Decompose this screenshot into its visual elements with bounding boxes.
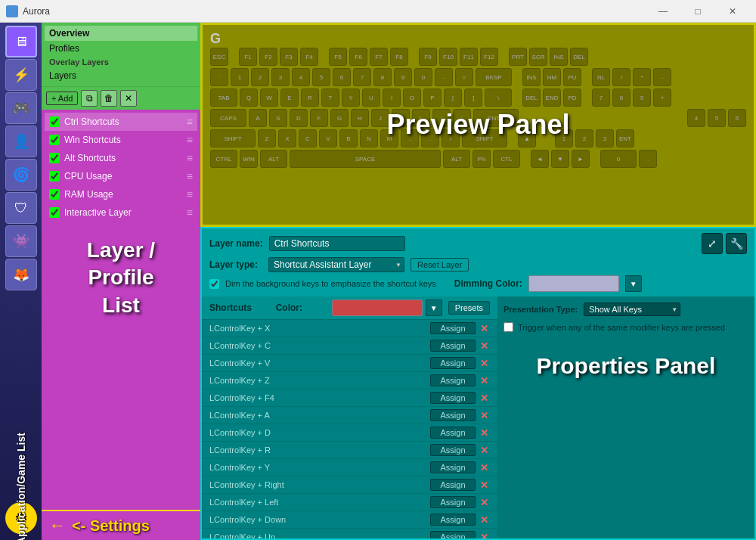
x-button-8[interactable]: ✕: [479, 462, 490, 473]
layer-item-alt[interactable]: Alt Shortcuts ≡: [45, 149, 197, 167]
key-mul[interactable]: *: [633, 68, 651, 86]
color-btn[interactable]: ▼: [426, 299, 442, 316]
app-icon-game[interactable]: 🎮: [5, 92, 37, 124]
key-scr[interactable]: SCR: [529, 48, 547, 66]
minimize-button[interactable]: —: [646, 0, 680, 23]
key-n[interactable]: N: [360, 129, 378, 147]
key-del[interactable]: DEL: [570, 48, 588, 66]
key-f8[interactable]: F8: [390, 48, 408, 66]
key-numplus[interactable]: +: [653, 88, 671, 107]
key-num1[interactable]: 1: [555, 129, 573, 147]
color-swatch[interactable]: [332, 299, 423, 316]
layer-checkbox-interactive[interactable]: [49, 207, 60, 218]
key-f4[interactable]: F4: [300, 48, 318, 66]
app-icon-lightning[interactable]: ⚡: [5, 59, 37, 91]
wrench-button[interactable]: 🔧: [726, 233, 747, 254]
x-button-1[interactable]: ✕: [479, 340, 490, 352]
key-ralt[interactable]: ALT: [443, 150, 470, 168]
key-lalt[interactable]: ALT: [260, 150, 287, 168]
key-period[interactable]: .: [421, 129, 439, 147]
key-num2[interactable]: 2: [575, 129, 593, 147]
key-comma[interactable]: ,: [401, 129, 419, 147]
key-7[interactable]: 7: [353, 68, 371, 86]
app-icon-profile[interactable]: 👤: [5, 126, 37, 157]
dimming-color-btn[interactable]: ▼: [625, 275, 642, 292]
x-button-4[interactable]: ✕: [479, 393, 490, 404]
layer-item-cpu[interactable]: CPU Usage ≡: [45, 167, 197, 185]
key-up[interactable]: ▲: [518, 129, 536, 147]
key-5[interactable]: 5: [312, 68, 330, 86]
key-0[interactable]: 0: [414, 68, 432, 86]
key-numdot[interactable]: .: [639, 150, 657, 168]
key-6[interactable]: 6: [333, 68, 351, 86]
reset-layer-button[interactable]: Reset Layer: [411, 258, 469, 272]
key-w[interactable]: W: [260, 88, 278, 107]
x-button-10[interactable]: ✕: [479, 497, 490, 508]
assign-button-2[interactable]: Assign: [430, 357, 476, 369]
key-lctrl[interactable]: CTRL: [210, 150, 237, 168]
key-div[interactable]: /: [612, 68, 631, 86]
key-backtick[interactable]: `: [210, 68, 228, 86]
settings-label[interactable]: <- Settings: [72, 517, 150, 535]
key-8[interactable]: 8: [373, 68, 392, 86]
key-quote[interactable]: ': [453, 109, 471, 127]
layer-item-interactive[interactable]: Interactive Layer ≡: [45, 203, 197, 222]
key-f3[interactable]: F3: [280, 48, 298, 66]
key-3[interactable]: 3: [271, 68, 290, 86]
key-f12[interactable]: F12: [480, 48, 498, 66]
key-equal[interactable]: =: [455, 68, 473, 86]
profile-layers-item[interactable]: Layers: [45, 68, 197, 83]
layer-checkbox-ram[interactable]: [49, 189, 60, 200]
x-button-2[interactable]: ✕: [479, 358, 490, 369]
presentation-type-select[interactable]: Show All Keys Show Modified Keys Highlig…: [584, 303, 680, 316]
key-j[interactable]: J: [371, 109, 389, 127]
key-end[interactable]: END: [543, 88, 561, 107]
key-pd[interactable]: PD: [563, 88, 581, 107]
key-num7[interactable]: 7: [592, 88, 610, 107]
key-a[interactable]: A: [249, 109, 267, 127]
key-g[interactable]: G: [330, 109, 349, 127]
assign-button-3[interactable]: Assign: [430, 374, 476, 386]
profile-overview-item[interactable]: Overview: [45, 26, 197, 41]
assign-button-9[interactable]: Assign: [430, 479, 476, 491]
x-button-0[interactable]: ✕: [479, 323, 490, 334]
key-tab[interactable]: TAB: [210, 88, 237, 107]
key-right[interactable]: ►: [572, 150, 590, 168]
key-num5[interactable]: 5: [708, 109, 726, 127]
key-ins[interactable]: INS: [550, 48, 568, 66]
assign-button-5[interactable]: Assign: [430, 409, 476, 421]
key-rshift[interactable]: SHIFT: [462, 129, 507, 147]
close-button[interactable]: ✕: [715, 0, 750, 23]
key-prt[interactable]: PRT: [509, 48, 527, 66]
key-s[interactable]: S: [269, 109, 287, 127]
app-icon-monster[interactable]: 👾: [5, 225, 37, 257]
key-num0[interactable]: 0: [600, 150, 637, 168]
app-icon-desktop[interactable]: 🖥: [5, 26, 37, 57]
x-button-12[interactable]: ✕: [479, 532, 490, 539]
profile-profiles-item[interactable]: Profiles: [45, 41, 197, 56]
key-q[interactable]: Q: [240, 88, 258, 107]
key-pu[interactable]: PU: [563, 68, 581, 86]
key-f10[interactable]: F10: [439, 48, 457, 66]
key-h[interactable]: H: [351, 109, 369, 127]
key-f11[interactable]: F11: [460, 48, 478, 66]
app-icon-fox[interactable]: 🦊: [5, 259, 37, 290]
x-button-7[interactable]: ✕: [479, 445, 490, 456]
layer-checkbox-ctrl[interactable]: [49, 116, 60, 127]
assign-button-6[interactable]: Assign: [430, 427, 476, 439]
layer-item-win[interactable]: Win Shortcuts ≡: [45, 131, 197, 149]
layer-item-ctrl[interactable]: Ctrl Shortcuts ≡: [45, 113, 197, 131]
layer-checkbox-alt[interactable]: [49, 153, 60, 163]
key-f1[interactable]: F1: [239, 48, 257, 66]
layer-item-ram[interactable]: RAM Usage ≡: [45, 185, 197, 203]
settings-icon-bottom[interactable]: ⚙: [5, 502, 37, 534]
assign-button-8[interactable]: Assign: [430, 461, 476, 473]
key-2[interactable]: 2: [251, 68, 269, 86]
key-down[interactable]: ▼: [551, 150, 569, 168]
key-9[interactable]: 9: [394, 68, 412, 86]
key-num8[interactable]: 8: [612, 88, 631, 107]
key-e[interactable]: E: [280, 88, 299, 107]
key-m[interactable]: M: [380, 129, 398, 147]
key-num6[interactable]: 6: [728, 109, 746, 127]
key-v[interactable]: V: [319, 129, 337, 147]
